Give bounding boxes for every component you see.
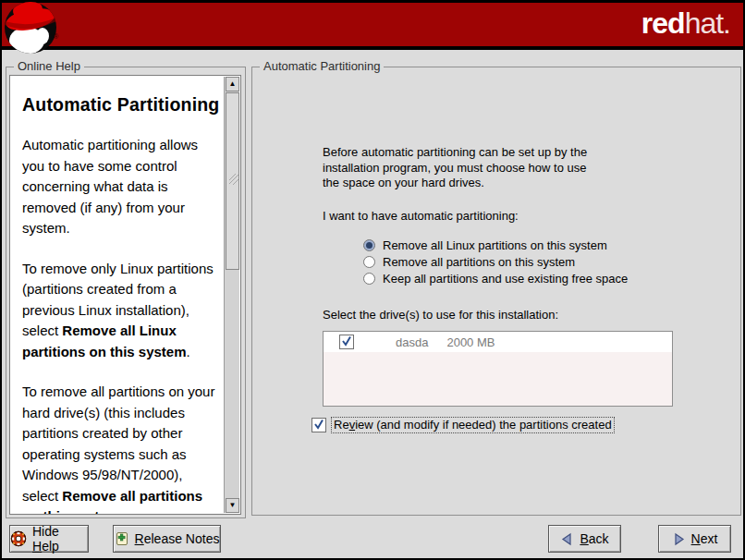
release-notes-label: Release Notes [135,531,220,546]
wordmark-hat: hat. [685,6,730,40]
installer-window: redhat. ® Online Help Automatic Partitio… [0,0,745,560]
release-notes-button[interactable]: Release Notes [113,525,221,553]
hide-help-label: Hide Help [32,524,88,554]
review-checkbox[interactable] [311,418,326,432]
radio-selected-icon[interactable] [363,239,375,251]
help-paragraph: To remove all partitions on your hard dr… [22,382,220,515]
scrollbar-grip-icon [228,173,238,186]
scrollbar-thumb[interactable] [226,92,239,270]
drive-name: dasda [396,335,428,349]
banner: redhat. [2,3,743,46]
radio-unselected-icon[interactable] [363,256,375,268]
automatic-partitioning-panel: Automatic Partitioning Before automatic … [251,67,741,516]
notes-page-icon [115,531,129,546]
radio-label: Keep all partitions and use existing fre… [383,272,628,286]
redhat-shadowman-logo-icon [3,1,60,61]
redhat-wordmark: redhat. [641,6,730,41]
help-text: Automatic Partitioning Automatic partiti… [10,76,222,515]
radio-label: Remove all Linux partitions on this syst… [383,238,607,252]
registered-trademark: ® [54,33,58,40]
wordmark-red: red [641,6,685,40]
help-paragraph: To remove only Linux partitions (partiti… [22,259,220,363]
radio-remove-all-partitions[interactable]: Remove all partitions on this system [363,254,575,269]
back-button[interactable]: Back [548,525,621,553]
radio-label: Remove all partitions on this system [383,255,575,269]
drive-size: 2000 MB [446,335,495,349]
drive-list: dasda 2000 MB [323,331,673,407]
hide-help-button[interactable]: Hide Help [9,525,89,553]
scroll-down-icon[interactable]: ▼ [226,498,239,513]
online-help-panel: Online Help Automatic Partitioning Autom… [6,67,246,518]
help-title: Automatic Partitioning [22,94,220,116]
partitioning-prompt: I want to have automatic partitioning: [323,209,519,223]
radio-unselected-icon[interactable] [363,273,375,285]
radio-keep-all-partitions[interactable]: Keep all partitions and use existing fre… [363,271,628,286]
help-paragraph: Automatic partitioning allows you to hav… [22,135,220,239]
review-checkbox-label[interactable]: Review (and modify if needed) the partit… [331,417,615,433]
help-viewport: Automatic Partitioning Automatic partiti… [9,75,241,515]
intro-text: Before automatic partitioning can be set… [323,145,587,191]
content-area: Online Help Automatic Partitioning Autom… [2,50,743,558]
scroll-up-icon[interactable]: ▲ [226,77,239,91]
help-scrollbar[interactable]: ▲ ▼ [224,77,239,513]
automatic-partitioning-frame-label: Automatic Partitioning [260,59,384,73]
back-label: Back [580,531,608,546]
life-ring-help-icon [10,530,27,547]
drive-select-label: Select the drive(s) to use for this inst… [323,308,558,322]
next-button[interactable]: Next [658,525,731,553]
radio-remove-linux-partitions[interactable]: Remove all Linux partitions on this syst… [363,237,607,252]
arrow-left-icon [560,532,574,546]
arrow-right-icon [672,532,686,546]
next-label: Next [691,531,718,546]
review-partitions-option[interactable]: Review (and modify if needed) the partit… [311,417,615,433]
drive-row[interactable]: dasda 2000 MB [324,332,672,352]
online-help-frame-label: Online Help [14,59,84,73]
drive-checkbox[interactable] [339,335,354,349]
